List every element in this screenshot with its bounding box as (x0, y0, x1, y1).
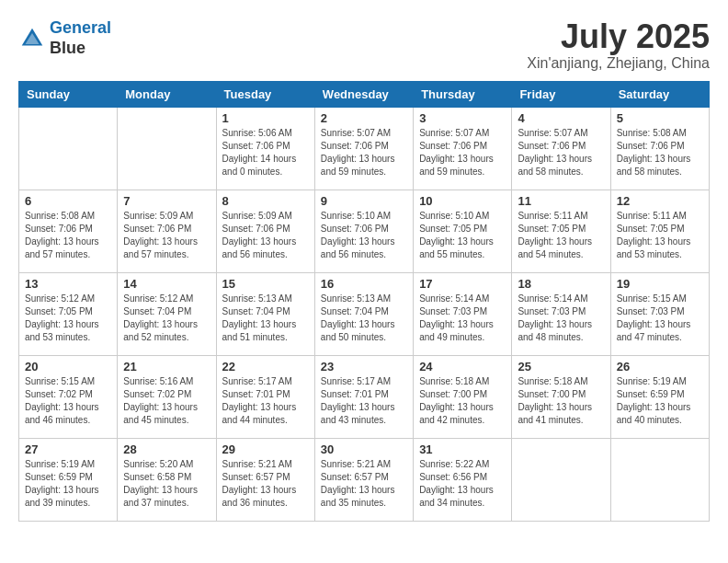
day-info: Sunrise: 5:10 AMSunset: 7:05 PMDaylight:… (419, 210, 506, 261)
day-info: Sunrise: 5:19 AMSunset: 6:59 PMDaylight:… (617, 375, 703, 427)
weekday-header-friday: Friday (512, 81, 610, 107)
day-number: 14 (123, 277, 210, 291)
day-cell: 27Sunrise: 5:19 AMSunset: 6:59 PMDayligh… (19, 438, 118, 521)
day-info: Sunrise: 5:13 AMSunset: 7:04 PMDaylight:… (321, 293, 407, 344)
day-number: 4 (518, 111, 604, 125)
day-info: Sunrise: 5:14 AMSunset: 7:03 PMDaylight:… (518, 293, 604, 344)
day-number: 26 (617, 360, 703, 373)
day-info: Sunrise: 5:10 AMSunset: 7:06 PMDaylight:… (321, 210, 407, 261)
logo-icon (18, 25, 46, 52)
day-number: 6 (25, 194, 111, 208)
day-cell: 18Sunrise: 5:14 AMSunset: 7:03 PMDayligh… (512, 272, 610, 355)
week-row-2: 6Sunrise: 5:08 AMSunset: 7:06 PMDaylight… (19, 190, 710, 272)
day-number: 27 (25, 442, 111, 456)
day-info: Sunrise: 5:07 AMSunset: 7:06 PMDaylight:… (321, 127, 407, 178)
day-cell: 30Sunrise: 5:21 AMSunset: 6:57 PMDayligh… (314, 438, 413, 521)
day-number: 15 (222, 277, 309, 291)
logo-text: General Blue (50, 18, 111, 58)
week-row-1: 1Sunrise: 5:06 AMSunset: 7:06 PMDaylight… (19, 107, 710, 190)
day-number: 25 (518, 360, 604, 373)
day-cell: 21Sunrise: 5:16 AMSunset: 7:02 PMDayligh… (118, 355, 216, 438)
day-cell (512, 438, 610, 521)
day-cell: 11Sunrise: 5:11 AMSunset: 7:05 PMDayligh… (512, 190, 610, 272)
weekday-header-saturday: Saturday (610, 81, 709, 107)
day-cell: 20Sunrise: 5:15 AMSunset: 7:02 PMDayligh… (19, 355, 118, 438)
day-info: Sunrise: 5:07 AMSunset: 7:06 PMDaylight:… (518, 127, 604, 178)
day-cell: 29Sunrise: 5:21 AMSunset: 6:57 PMDayligh… (216, 438, 314, 521)
day-info: Sunrise: 5:09 AMSunset: 7:06 PMDaylight:… (123, 210, 210, 261)
day-number: 18 (518, 277, 604, 291)
day-number: 1 (222, 111, 309, 125)
day-cell: 19Sunrise: 5:15 AMSunset: 7:03 PMDayligh… (610, 272, 709, 355)
day-cell: 28Sunrise: 5:20 AMSunset: 6:58 PMDayligh… (118, 438, 216, 521)
day-cell (19, 107, 118, 190)
day-cell (118, 107, 216, 190)
day-info: Sunrise: 5:14 AMSunset: 7:03 PMDaylight:… (419, 293, 506, 344)
day-info: Sunrise: 5:08 AMSunset: 7:06 PMDaylight:… (25, 210, 111, 261)
day-cell: 23Sunrise: 5:17 AMSunset: 7:01 PMDayligh… (314, 355, 413, 438)
title-block: July 2025 Xin'anjiang, Zhejiang, China (527, 18, 710, 72)
day-number: 29 (222, 442, 309, 456)
day-info: Sunrise: 5:06 AMSunset: 7:06 PMDaylight:… (222, 127, 309, 178)
day-info: Sunrise: 5:11 AMSunset: 7:05 PMDaylight:… (518, 210, 604, 261)
day-number: 21 (123, 360, 210, 373)
day-number: 19 (617, 277, 703, 291)
day-number: 11 (518, 194, 604, 208)
day-cell (610, 438, 709, 521)
day-info: Sunrise: 5:19 AMSunset: 6:59 PMDaylight:… (25, 458, 111, 510)
day-info: Sunrise: 5:15 AMSunset: 7:02 PMDaylight:… (25, 375, 111, 427)
day-info: Sunrise: 5:11 AMSunset: 7:05 PMDaylight:… (617, 210, 703, 261)
day-number: 7 (123, 194, 210, 208)
day-number: 17 (419, 277, 506, 291)
day-info: Sunrise: 5:21 AMSunset: 6:57 PMDaylight:… (321, 458, 407, 510)
week-row-3: 13Sunrise: 5:12 AMSunset: 7:05 PMDayligh… (19, 272, 710, 355)
day-number: 3 (419, 111, 506, 125)
weekday-header-sunday: Sunday (19, 81, 118, 107)
day-info: Sunrise: 5:12 AMSunset: 7:05 PMDaylight:… (25, 293, 111, 344)
day-cell: 17Sunrise: 5:14 AMSunset: 7:03 PMDayligh… (414, 272, 512, 355)
day-cell: 5Sunrise: 5:08 AMSunset: 7:06 PMDaylight… (610, 107, 709, 190)
weekday-header-wednesday: Wednesday (314, 81, 413, 107)
location: Xin'anjiang, Zhejiang, China (527, 55, 710, 72)
day-info: Sunrise: 5:20 AMSunset: 6:58 PMDaylight:… (123, 458, 210, 510)
day-number: 16 (321, 277, 407, 291)
day-number: 13 (25, 277, 111, 291)
weekday-header-tuesday: Tuesday (216, 81, 314, 107)
day-cell: 25Sunrise: 5:18 AMSunset: 7:00 PMDayligh… (512, 355, 610, 438)
weekday-header-row: SundayMondayTuesdayWednesdayThursdayFrid… (19, 81, 710, 107)
day-cell: 10Sunrise: 5:10 AMSunset: 7:05 PMDayligh… (414, 190, 512, 272)
week-row-5: 27Sunrise: 5:19 AMSunset: 6:59 PMDayligh… (19, 438, 710, 521)
day-number: 20 (25, 360, 111, 373)
day-cell: 12Sunrise: 5:11 AMSunset: 7:05 PMDayligh… (610, 190, 709, 272)
day-info: Sunrise: 5:17 AMSunset: 7:01 PMDaylight:… (321, 375, 407, 427)
day-number: 9 (321, 194, 407, 208)
day-cell: 16Sunrise: 5:13 AMSunset: 7:04 PMDayligh… (314, 272, 413, 355)
day-cell: 13Sunrise: 5:12 AMSunset: 7:05 PMDayligh… (19, 272, 118, 355)
day-info: Sunrise: 5:16 AMSunset: 7:02 PMDaylight:… (123, 375, 210, 427)
logo: General Blue (18, 18, 111, 58)
day-cell: 31Sunrise: 5:22 AMSunset: 6:56 PMDayligh… (414, 438, 512, 521)
day-info: Sunrise: 5:18 AMSunset: 7:00 PMDaylight:… (419, 375, 506, 427)
week-row-4: 20Sunrise: 5:15 AMSunset: 7:02 PMDayligh… (19, 355, 710, 438)
page-header: General Blue July 2025 Xin'anjiang, Zhej… (18, 18, 710, 72)
weekday-header-thursday: Thursday (414, 81, 512, 107)
calendar: SundayMondayTuesdayWednesdayThursdayFrid… (18, 81, 710, 522)
day-number: 22 (222, 360, 309, 373)
day-info: Sunrise: 5:08 AMSunset: 7:06 PMDaylight:… (617, 127, 703, 178)
day-cell: 9Sunrise: 5:10 AMSunset: 7:06 PMDaylight… (314, 190, 413, 272)
day-number: 23 (321, 360, 407, 373)
day-number: 12 (617, 194, 703, 208)
day-info: Sunrise: 5:18 AMSunset: 7:00 PMDaylight:… (518, 375, 604, 427)
day-cell: 26Sunrise: 5:19 AMSunset: 6:59 PMDayligh… (610, 355, 709, 438)
day-number: 28 (123, 442, 210, 456)
day-cell: 2Sunrise: 5:07 AMSunset: 7:06 PMDaylight… (314, 107, 413, 190)
day-number: 30 (321, 442, 407, 456)
day-info: Sunrise: 5:13 AMSunset: 7:04 PMDaylight:… (222, 293, 309, 344)
day-cell: 15Sunrise: 5:13 AMSunset: 7:04 PMDayligh… (216, 272, 314, 355)
day-cell: 6Sunrise: 5:08 AMSunset: 7:06 PMDaylight… (19, 190, 118, 272)
day-number: 2 (321, 111, 407, 125)
day-cell: 4Sunrise: 5:07 AMSunset: 7:06 PMDaylight… (512, 107, 610, 190)
day-number: 5 (617, 111, 703, 125)
day-cell: 8Sunrise: 5:09 AMSunset: 7:06 PMDaylight… (216, 190, 314, 272)
day-info: Sunrise: 5:09 AMSunset: 7:06 PMDaylight:… (222, 210, 309, 261)
